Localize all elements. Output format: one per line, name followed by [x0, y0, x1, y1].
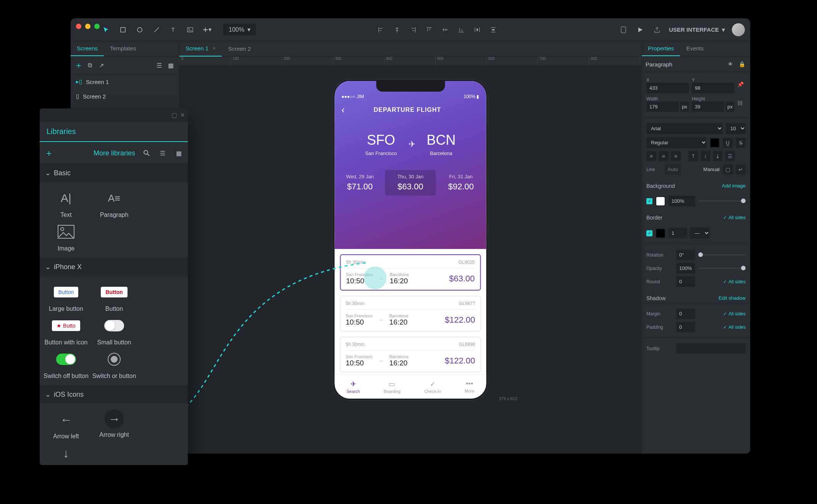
height-input[interactable]: [692, 102, 724, 112]
padding-input[interactable]: [676, 322, 695, 332]
widget-arrow-right[interactable]: →Arrow right: [92, 409, 137, 440]
list-view-icon[interactable]: ☰: [155, 61, 164, 70]
close-panel-icon[interactable]: ×: [180, 111, 185, 120]
grid-view-icon[interactable]: ▦: [174, 149, 183, 158]
align-h-center-icon[interactable]: [392, 25, 402, 35]
canvas-area[interactable]: 010020030040050060070080090010001100 ●●●…: [179, 57, 641, 454]
height-unit[interactable]: px: [726, 102, 734, 112]
zoom-control[interactable]: 100% ▾: [223, 24, 256, 36]
tab-screens[interactable]: Screens: [71, 41, 104, 56]
tooltip-input[interactable]: [676, 343, 746, 354]
tab-properties[interactable]: Properties: [642, 41, 680, 56]
border-width-input[interactable]: [668, 228, 687, 238]
add-library-button[interactable]: ＋: [44, 147, 53, 159]
section-iphonex[interactable]: ⌄iPhone X: [40, 258, 188, 276]
close-tab-icon[interactable]: ×: [212, 45, 216, 52]
date-option-0[interactable]: Wed, 29 Jan $71.00: [335, 170, 385, 195]
widget-arrow-left[interactable]: ←Arrow left: [44, 409, 89, 440]
image-tool-icon[interactable]: [185, 25, 195, 35]
widget-button[interactable]: ButtonButton: [92, 282, 137, 312]
align-left-icon[interactable]: [376, 25, 386, 35]
align-bottom-icon[interactable]: [456, 25, 466, 35]
align-right-icon[interactable]: [408, 25, 418, 35]
font-size-select[interactable]: 10: [726, 123, 746, 134]
section-ios-icons[interactable]: ⌄iOS Icons: [40, 386, 188, 403]
line-tool-icon[interactable]: [152, 25, 161, 35]
tab-libraries[interactable]: Libraries: [40, 122, 188, 142]
opacity-slider[interactable]: [698, 268, 746, 269]
x-input[interactable]: [646, 83, 689, 93]
canvas-tab-screen1[interactable]: Screen 1 ×: [179, 41, 222, 57]
lock-icon[interactable]: 🔒: [737, 60, 746, 69]
canvas-tab-screen2[interactable]: Screen 2: [222, 42, 257, 56]
back-chevron-icon[interactable]: ‹: [342, 105, 345, 115]
align-right-icon[interactable]: ≡: [671, 151, 681, 161]
valign-top-icon[interactable]: ⤒: [688, 151, 698, 161]
widget-button-icon[interactable]: ★ ButtoButton with icon: [44, 315, 89, 346]
rotation-slider[interactable]: [698, 254, 746, 255]
export-icon[interactable]: ↗: [97, 61, 106, 70]
align-top-icon[interactable]: [424, 25, 434, 35]
bg-opacity-slider[interactable]: [698, 200, 746, 202]
add-tool-icon[interactable]: ▾: [202, 25, 212, 35]
nav-more[interactable]: •••More: [465, 380, 474, 393]
width-unit[interactable]: px: [680, 102, 689, 112]
valign-middle-icon[interactable]: ↕: [701, 151, 710, 161]
widget-image[interactable]: Image: [44, 221, 89, 252]
pin-icon[interactable]: 📌: [737, 81, 746, 90]
user-avatar[interactable]: [732, 23, 745, 36]
tab-events[interactable]: Events: [680, 41, 710, 56]
date-option-2[interactable]: Fri, 31 Jan $92.00: [436, 170, 486, 195]
flight-card-0[interactable]: 5h 30minGL9025 San Francisco10:50 → Barc…: [340, 254, 481, 291]
text-color-swatch[interactable]: [710, 138, 720, 148]
border-enabled-checkbox[interactable]: ✓: [646, 230, 652, 236]
date-option-1[interactable]: Thu, 30 Jan $63.00: [385, 170, 436, 195]
margin-all-sides[interactable]: ✓ All sides: [723, 311, 746, 317]
padding-all-sides[interactable]: ✓ All sides: [723, 325, 746, 330]
close-window-button[interactable]: [76, 24, 81, 29]
widget-arrow-down[interactable]: ↓Arrow down: [44, 443, 89, 465]
widget-switch-off[interactable]: Switch off button: [44, 349, 89, 380]
crop-icon[interactable]: ▢: [723, 165, 733, 174]
phone-mockup[interactable]: ●●●○○ JIM 100% ▮ ‹ DEPARTURE FLIGHT SFO …: [333, 79, 488, 400]
y-input[interactable]: [692, 83, 734, 93]
border-color-swatch[interactable]: [656, 228, 665, 238]
list-icon[interactable]: ☰: [725, 151, 735, 161]
font-weight-select[interactable]: Regular: [646, 137, 707, 148]
duplicate-icon[interactable]: ⧉: [85, 61, 94, 70]
share-icon[interactable]: [652, 25, 662, 35]
pointer-tool-icon[interactable]: [101, 25, 111, 35]
edit-shadow-link[interactable]: Edit shadow: [719, 295, 746, 301]
device-preview-icon[interactable]: [618, 25, 628, 35]
widget-paragraph[interactable]: A≡Paragraph: [92, 188, 137, 218]
tab-templates[interactable]: Templates: [104, 41, 142, 56]
flight-card-2[interactable]: 5h 30minGL6998 San Francisco10:50 → Barc…: [340, 337, 481, 372]
align-left-icon[interactable]: ≡: [646, 151, 656, 161]
widget-switch-or[interactable]: Switch or button: [92, 349, 137, 380]
bg-enabled-checkbox[interactable]: ✓: [646, 198, 652, 204]
wrap-icon[interactable]: ↵: [736, 165, 746, 174]
add-image-link[interactable]: Add image: [722, 183, 746, 189]
zoom-window-button[interactable]: [94, 24, 100, 29]
add-screen-button[interactable]: ＋: [74, 60, 83, 71]
strike-icon[interactable]: S̶: [736, 138, 746, 148]
grid-view-icon[interactable]: ▦: [166, 61, 175, 70]
ellipse-tool-icon[interactable]: [135, 25, 145, 35]
flight-card-1[interactable]: 5h 30minGL9877 San Francisco10:50 → Barc…: [340, 296, 481, 331]
minimize-window-button[interactable]: [85, 24, 90, 29]
screen-list-item-1[interactable]: ▸▯ Screen 1: [71, 74, 179, 89]
widget-text[interactable]: A|Text: [44, 188, 89, 218]
line-auto[interactable]: Auto: [665, 164, 681, 174]
nav-boarding[interactable]: ▭Boarding: [384, 380, 400, 394]
width-input[interactable]: [646, 102, 679, 112]
align-center-icon[interactable]: ≡: [659, 151, 668, 161]
bg-opacity-input[interactable]: [668, 196, 695, 206]
nav-checkin[interactable]: ✓Check-in: [424, 380, 441, 394]
round-input[interactable]: [676, 276, 695, 287]
valign-bottom-icon[interactable]: ⤓: [713, 151, 723, 161]
libraries-titlebar[interactable]: ▢ ×: [40, 108, 188, 122]
widget-large-button[interactable]: ButtonLarge button: [44, 282, 89, 312]
font-family-select[interactable]: Arial: [646, 123, 723, 134]
align-v-center-icon[interactable]: [440, 25, 450, 35]
pin-icon[interactable]: ▢: [171, 111, 177, 119]
